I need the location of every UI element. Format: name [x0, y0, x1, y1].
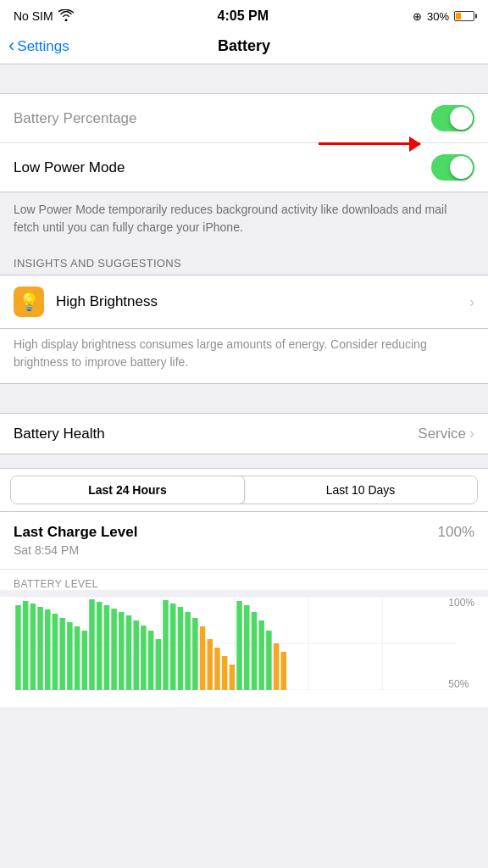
last-charge-row: Last Charge Level Sat 8:54 PM 100% [0, 512, 488, 570]
svg-rect-32 [192, 618, 198, 690]
insights-section-header: INSIGHTS AND SUGGESTIONS [0, 250, 488, 275]
battery-health-right: Service › [418, 425, 474, 442]
svg-rect-20 [104, 605, 110, 690]
svg-rect-9 [23, 601, 29, 690]
svg-rect-43 [274, 643, 280, 690]
charge-label: Last Charge Level [14, 524, 137, 541]
insight-description: High display brightness consumes large a… [0, 329, 488, 384]
charge-info: Last Charge Level Sat 8:54 PM [14, 524, 137, 557]
back-chevron-icon: ‹ [8, 36, 14, 55]
svg-rect-33 [200, 626, 206, 690]
insight-chevron-icon: › [469, 293, 474, 311]
svg-rect-34 [207, 639, 213, 690]
svg-rect-29 [170, 604, 176, 690]
svg-rect-16 [75, 626, 80, 690]
svg-rect-26 [148, 631, 154, 690]
high-brightness-insight-row[interactable]: 💡 High Brightness › [0, 275, 488, 329]
svg-rect-38 [236, 601, 242, 690]
back-button[interactable]: ‹ Settings [8, 38, 69, 55]
svg-rect-23 [126, 615, 132, 690]
segment-container: Last 24 Hours Last 10 Days [0, 468, 488, 512]
svg-rect-30 [178, 607, 184, 690]
carrier-label: No SIM [14, 9, 53, 23]
low-power-mode-label: Low Power Mode [14, 159, 125, 176]
battery-chart-svg [14, 597, 474, 690]
battery-health-row[interactable]: Battery Health Service › [0, 413, 488, 454]
svg-rect-24 [133, 620, 139, 690]
battery-settings-group: Battery Percentage Low Power Mode [0, 93, 488, 192]
chart-label-100: 100% [448, 597, 474, 609]
svg-rect-41 [258, 620, 264, 690]
svg-rect-8 [15, 605, 21, 690]
svg-rect-25 [141, 626, 147, 690]
top-spacer [0, 64, 488, 93]
low-power-description: Low Power Mode temporarily reduces backg… [0, 192, 488, 250]
svg-rect-10 [30, 604, 36, 690]
svg-rect-22 [119, 612, 125, 690]
low-power-mode-cell[interactable]: Low Power Mode [0, 142, 488, 192]
battery-level-section: BATTERY LEVEL [0, 570, 488, 590]
status-right: ⊕ 30% [413, 10, 474, 23]
tab-last-24-hours[interactable]: Last 24 Hours [10, 476, 245, 504]
svg-rect-40 [252, 612, 258, 690]
svg-rect-31 [185, 612, 191, 690]
battery-health-label: Battery Health [14, 426, 105, 442]
battery-percent-label: 30% [427, 10, 449, 23]
mid-spacer [0, 384, 488, 413]
page-title: Battery [218, 37, 270, 55]
svg-rect-17 [82, 631, 88, 690]
svg-rect-13 [53, 614, 58, 690]
nav-bar: ‹ Settings Battery [0, 29, 488, 64]
chart-container: 100% 50% [0, 597, 488, 707]
status-time: 4:05 PM [218, 8, 269, 24]
charge-value: 100% [438, 524, 474, 541]
svg-rect-14 [59, 618, 65, 690]
low-power-mode-toggle[interactable] [431, 154, 474, 181]
battery-health-action: Service [418, 426, 466, 442]
brightness-insight-icon: 💡 [14, 287, 44, 317]
tab-last-10-days[interactable]: Last 10 Days [244, 476, 477, 504]
back-label: Settings [17, 38, 69, 55]
insight-label: High Brightness [56, 293, 469, 310]
svg-rect-11 [37, 607, 43, 690]
svg-rect-39 [244, 605, 250, 690]
svg-rect-27 [156, 639, 162, 690]
svg-rect-37 [230, 665, 236, 690]
svg-rect-44 [281, 652, 287, 690]
rotation-lock-icon: ⊕ [413, 10, 422, 23]
chart-labels: 100% 50% [448, 597, 474, 690]
svg-rect-18 [89, 599, 95, 690]
small-spacer [0, 454, 488, 468]
status-bar: No SIM 4:05 PM ⊕ 30% [0, 0, 488, 29]
svg-rect-19 [97, 602, 103, 690]
wifi-icon [58, 9, 74, 24]
battery-percentage-toggle[interactable] [431, 105, 474, 131]
svg-rect-36 [222, 656, 228, 690]
chart-label-50: 50% [448, 678, 474, 690]
svg-rect-15 [67, 622, 73, 690]
time-segment-control[interactable]: Last 24 Hours Last 10 Days [10, 476, 478, 504]
battery-icon [454, 11, 474, 21]
battery-level-header: BATTERY LEVEL [14, 578, 474, 590]
bulb-icon: 💡 [19, 292, 40, 312]
svg-rect-12 [45, 609, 51, 690]
status-left: No SIM [14, 9, 74, 24]
battery-health-chevron-icon: › [469, 425, 474, 442]
svg-rect-35 [214, 648, 220, 690]
svg-rect-28 [163, 600, 169, 690]
svg-rect-42 [266, 631, 272, 690]
svg-rect-21 [111, 609, 117, 690]
charge-sublabel: Sat 8:54 PM [14, 543, 137, 557]
battery-percentage-cell[interactable]: Battery Percentage [0, 94, 488, 142]
battery-percentage-label: Battery Percentage [14, 110, 137, 127]
battery-fill [456, 13, 461, 19]
